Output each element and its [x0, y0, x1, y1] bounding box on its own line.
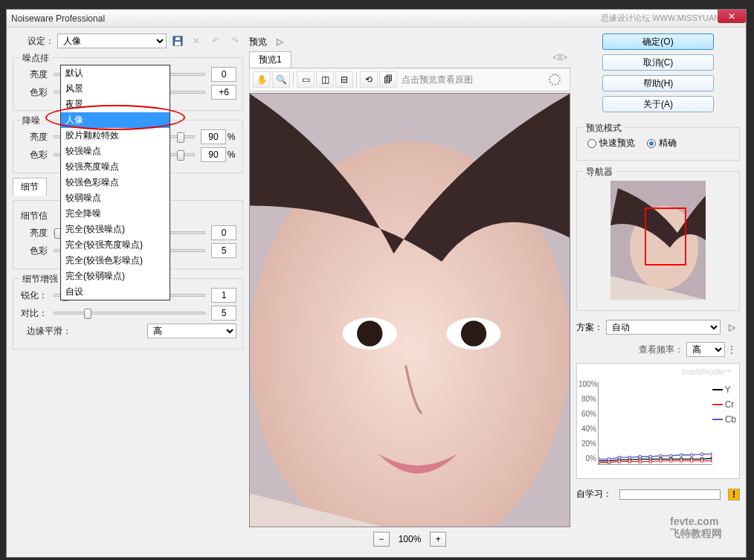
self-learn-label: 自学习： — [576, 488, 612, 501]
radio-fast[interactable]: 快速预览 — [587, 137, 635, 149]
radio-fast-dot — [587, 139, 596, 148]
radio-accurate-dot — [647, 139, 656, 148]
settings-combo[interactable]: 人像 — [57, 33, 167, 48]
zoom-in-button[interactable]: + — [430, 532, 446, 547]
zoom-bar: − 100% + — [249, 527, 570, 551]
radio-accurate[interactable]: 精确 — [647, 137, 677, 149]
denoise-lum-label: 亮度 — [19, 131, 48, 144]
split-h-icon[interactable]: ◫ — [316, 71, 334, 88]
scheme-play-icon[interactable]: ▷ — [724, 320, 740, 335]
dropdown-item[interactable]: 较强亮度噪点 — [61, 159, 170, 175]
dropdown-item[interactable]: 风景 — [61, 81, 170, 97]
busy-spinner-icon — [549, 74, 561, 86]
warning-icon[interactable]: ! — [728, 489, 740, 501]
navigator-viewport-rect[interactable] — [645, 207, 686, 265]
about-button[interactable]: 关于(A) — [602, 96, 714, 112]
scheme-label: 方案： — [576, 321, 603, 334]
preview-image[interactable] — [249, 93, 570, 527]
dropdown-item[interactable]: 完全(较强噪点) — [61, 222, 170, 237]
play-icon[interactable]: ▷ — [271, 34, 288, 49]
freq-combo[interactable]: 高 — [686, 342, 725, 357]
dropdown-item[interactable]: 较强色彩噪点 — [61, 175, 170, 190]
dropdown-item[interactable]: 完全(较强色彩噪点) — [61, 253, 170, 268]
dropdown-item[interactable]: 默认 — [61, 65, 170, 81]
window-title: Noiseware Professional — [11, 13, 105, 24]
dropdown-item[interactable]: 完全降噪 — [61, 206, 170, 222]
app-window: Noiseware Professional 思缘设计论坛 WWW.MISSYU… — [6, 9, 747, 558]
dropdown-item[interactable]: 完全(较强亮度噪点) — [61, 237, 170, 253]
save-icon[interactable] — [170, 33, 186, 48]
contrast-value[interactable]: 5 — [211, 306, 236, 321]
graph-watermark: IntelliProfile™ — [682, 368, 732, 376]
detail-chroma-label: 色彩 — [19, 245, 48, 257]
intelliprofile-graph: IntelliProfile™ 100% 80% 60% 40% 20% 0% … — [576, 363, 740, 479]
zoom-tool-icon[interactable]: 🔍 — [272, 71, 290, 88]
svg-rect-27 — [639, 460, 641, 463]
dropdown-item[interactable]: 自设 — [61, 284, 170, 300]
svg-rect-41 — [660, 454, 662, 457]
preview-label: 预览 — [249, 36, 267, 48]
pct-1: % — [226, 132, 236, 142]
svg-point-8 — [461, 321, 486, 346]
ok-button[interactable]: 确定(O) — [602, 33, 714, 50]
detail-lum-label: 亮度 — [19, 227, 48, 239]
svg-rect-45 — [701, 453, 703, 455]
bracket-icon[interactable]: ⟲ — [360, 71, 378, 88]
enhance-title: 细节增强 — [19, 273, 61, 286]
undo-icon[interactable]: ↶ — [207, 33, 224, 48]
svg-rect-42 — [670, 454, 672, 457]
single-view-icon[interactable]: ▭ — [297, 71, 315, 88]
zoom-value: 100% — [394, 534, 426, 544]
lum-value[interactable]: 0 — [211, 67, 236, 82]
cancel-button[interactable]: 取消(C) — [602, 54, 714, 71]
graph-plot-area — [598, 382, 712, 465]
delete-icon[interactable]: ✕ — [188, 33, 204, 48]
graph-legend: Y Cr Cb — [712, 384, 736, 429]
svg-rect-1 — [175, 42, 181, 45]
svg-rect-28 — [649, 460, 651, 463]
denoise-lum-value[interactable]: 90 — [201, 129, 226, 144]
svg-rect-37 — [618, 456, 620, 458]
next-tab-icon[interactable]: ▷ — [561, 51, 567, 68]
contrast-slider[interactable] — [54, 312, 205, 315]
scheme-combo[interactable]: 自动 — [606, 320, 721, 335]
split-v-icon[interactable]: ⊟ — [335, 71, 353, 88]
dropdown-item[interactable]: 胶片颗粒特效 — [61, 128, 170, 144]
help-button[interactable]: 帮助(H) — [602, 75, 714, 91]
freq-more-icon[interactable]: ⋮ — [728, 342, 735, 357]
close-button[interactable]: ✕ — [718, 10, 746, 23]
chroma-value[interactable]: +6 — [211, 85, 236, 100]
settings-dropdown[interactable]: 默认风景夜景人像胶片颗粒特效较强噪点较强亮度噪点较强色彩噪点较弱噪点完全降噪完全… — [60, 65, 170, 300]
lum-label: 亮度 — [19, 68, 48, 81]
detail-lum-value[interactable]: 0 — [211, 225, 236, 240]
freq-label: 查看频率： — [639, 344, 683, 356]
copy-icon[interactable]: 🗐 — [379, 71, 397, 88]
contrast-label: 对比： — [19, 307, 48, 320]
svg-point-7 — [357, 321, 382, 346]
dropdown-item[interactable]: 较强噪点 — [61, 144, 170, 159]
dropdown-item[interactable]: 夜景 — [61, 97, 170, 112]
hand-tool-icon[interactable]: ✋ — [253, 71, 271, 88]
svg-rect-36 — [608, 458, 610, 460]
denoise-chroma-value[interactable]: 90 — [201, 147, 226, 162]
dropdown-item[interactable]: 人像 — [61, 112, 170, 128]
svg-rect-33 — [701, 460, 703, 462]
preview-tab-1[interactable]: 预览1 — [249, 51, 291, 68]
pct-2: % — [226, 149, 236, 160]
dropdown-item[interactable]: 较弱噪点 — [61, 190, 170, 206]
denoise-chroma-label: 色彩 — [19, 149, 48, 161]
redo-icon[interactable]: ↷ — [227, 33, 243, 48]
svg-rect-2 — [175, 37, 180, 40]
navigator-thumbnail[interactable] — [610, 181, 706, 300]
tab-detail[interactable]: 细节 — [13, 178, 47, 196]
denoise-title: 降噪 — [19, 115, 43, 127]
preview-mode-title: 预览模式 — [583, 122, 625, 135]
svg-rect-34 — [711, 460, 712, 462]
detail-chroma-value[interactable]: 5 — [211, 243, 236, 258]
edge-combo[interactable]: 高 — [147, 324, 236, 338]
sharpen-value[interactable]: 1 — [211, 288, 236, 303]
svg-rect-43 — [680, 454, 683, 456]
zoom-out-button[interactable]: − — [373, 532, 390, 547]
dropdown-item[interactable]: 完全(较弱噪点) — [61, 268, 170, 284]
prev-tab-icon[interactable]: ◁ — [552, 51, 559, 68]
